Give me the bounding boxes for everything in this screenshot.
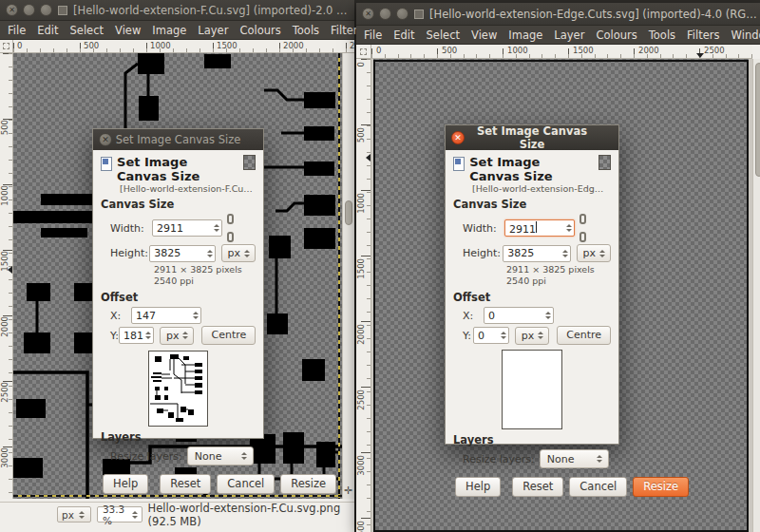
minimize-icon[interactable] bbox=[23, 4, 35, 16]
spinner-icon[interactable] bbox=[499, 332, 508, 339]
close-icon[interactable]: ✕ bbox=[451, 131, 465, 144]
offset-x-input[interactable]: 147 bbox=[131, 307, 201, 324]
height-input[interactable]: 3825 bbox=[149, 245, 215, 262]
unit-combo[interactable]: px bbox=[57, 506, 91, 522]
right-vertical-ruler[interactable]: 0500100015002000250030003500 bbox=[356, 59, 371, 532]
menu-item[interactable]: File bbox=[2, 22, 31, 39]
chain-link-icon[interactable] bbox=[226, 214, 235, 242]
ruler-label: 1000 bbox=[148, 41, 171, 50]
right-vertical-scrollbar[interactable] bbox=[752, 59, 760, 532]
menu-item[interactable]: Windows bbox=[726, 27, 760, 44]
scrollbar-thumb[interactable] bbox=[345, 200, 352, 225]
window-title: [Hello-world-extension-Edge.Cuts.svg] (i… bbox=[429, 8, 759, 21]
zoom-combo[interactable]: 33.3 % bbox=[97, 506, 142, 522]
canvas-size-dialog-fcu: ✕ Set Image Canvas Size Set Image Canvas… bbox=[92, 128, 264, 439]
menu-item[interactable]: Colours bbox=[590, 27, 642, 44]
close-icon[interactable]: ✕ bbox=[99, 133, 112, 146]
scrollbar-thumb[interactable] bbox=[755, 63, 760, 177]
menu-item[interactable]: Tools bbox=[643, 27, 681, 44]
offset-y-value: 181 bbox=[120, 330, 143, 342]
menu-item[interactable]: Layer bbox=[548, 27, 590, 44]
canvas-offset-preview[interactable] bbox=[502, 350, 562, 429]
resize-button[interactable]: Resize bbox=[280, 474, 336, 494]
menu-item[interactable]: Layer bbox=[192, 22, 234, 39]
image-boundary-right bbox=[338, 53, 340, 499]
spinner-icon bbox=[598, 250, 607, 257]
ruler-corner[interactable] bbox=[0, 40, 13, 53]
spinner-icon bbox=[242, 250, 252, 257]
menu-item[interactable]: Filters bbox=[681, 27, 725, 44]
ruler-label: 1000 bbox=[356, 193, 366, 214]
offset-unit-dropdown[interactable]: px bbox=[160, 327, 195, 345]
offset-section-label: Offset bbox=[101, 291, 256, 304]
maximize-icon[interactable] bbox=[396, 8, 408, 20]
resize-layers-dropdown[interactable]: None bbox=[540, 449, 609, 468]
left-horizontal-ruler[interactable]: 05001000150020002500 bbox=[13, 40, 354, 53]
ruler-label: 0 bbox=[15, 41, 22, 50]
spinner-icon bbox=[180, 332, 190, 339]
minimize-icon[interactable] bbox=[379, 8, 391, 20]
unit-dropdown[interactable]: px bbox=[221, 244, 256, 262]
menu-item[interactable]: Image bbox=[503, 27, 548, 44]
centre-button[interactable]: Centre bbox=[201, 326, 256, 345]
spinner-icon[interactable] bbox=[560, 250, 570, 257]
menu-item[interactable]: Edit bbox=[388, 27, 420, 44]
ruler-label: 2500 bbox=[0, 382, 10, 403]
spinner-icon bbox=[131, 511, 139, 519]
desktop: ✕ [Hello-world-extension-F.Cu.svg] (impo… bbox=[0, 0, 760, 532]
menu-item[interactable]: File bbox=[358, 27, 388, 44]
resize-button[interactable]: Resize bbox=[633, 477, 689, 497]
spinner-icon[interactable] bbox=[143, 332, 153, 339]
cancel-button[interactable]: Cancel bbox=[217, 474, 275, 494]
menu-item[interactable]: Edit bbox=[31, 22, 64, 39]
menu-item[interactable]: View bbox=[466, 27, 503, 44]
left-vertical-scrollbar[interactable]: ✛ bbox=[342, 53, 354, 499]
close-icon[interactable]: ✕ bbox=[6, 4, 18, 16]
chain-link-icon[interactable] bbox=[579, 214, 587, 242]
unit-dropdown[interactable]: px bbox=[577, 244, 612, 262]
reset-button[interactable]: Reset bbox=[512, 477, 563, 497]
reset-button[interactable]: Reset bbox=[160, 474, 211, 494]
right-window-titlebar[interactable]: ✕ [Hello-world-extension-Edge.Cuts.svg] … bbox=[356, 3, 760, 26]
offset-y-input[interactable]: 0 bbox=[473, 327, 509, 344]
right-horizontal-ruler[interactable]: 05001000150020002500 bbox=[371, 45, 752, 59]
cancel-button[interactable]: Cancel bbox=[569, 477, 627, 497]
spinner-icon[interactable] bbox=[212, 224, 221, 232]
menu-item[interactable]: Image bbox=[146, 22, 192, 39]
spinner-icon[interactable] bbox=[543, 312, 553, 319]
ruler-label: 3500 bbox=[356, 521, 366, 532]
canvas-offset-preview[interactable] bbox=[148, 351, 208, 427]
navigation-cross-icon[interactable]: ✛ bbox=[344, 485, 352, 496]
menu-item[interactable]: Tools bbox=[287, 22, 325, 39]
height-value: 3825 bbox=[150, 247, 204, 259]
dialog-titlebar[interactable]: ✕ Set Image Canvas Size bbox=[446, 125, 618, 150]
menu-item[interactable]: Select bbox=[421, 27, 466, 44]
unit-value: px bbox=[62, 509, 74, 521]
height-input[interactable]: 3825 bbox=[503, 245, 570, 262]
menu-item[interactable]: Select bbox=[65, 22, 109, 39]
width-input[interactable]: 2911 bbox=[504, 219, 575, 237]
dialog-heading: Set Image Canvas Size bbox=[469, 155, 594, 183]
ruler-corner[interactable] bbox=[356, 45, 371, 59]
left-window-titlebar[interactable]: ✕ [Hello-world-extension-F.Cu.svg] (impo… bbox=[0, 0, 354, 21]
offset-y-input[interactable]: 181 bbox=[119, 327, 154, 344]
help-button[interactable]: Help bbox=[455, 477, 501, 497]
offset-unit-dropdown[interactable]: px bbox=[515, 327, 550, 345]
window-title: [Hello-world-extension-F.Cu.svg] (import… bbox=[73, 4, 349, 17]
left-vertical-ruler[interactable]: 50010001500200025003000 bbox=[0, 53, 13, 499]
spinner-icon[interactable] bbox=[564, 224, 574, 232]
dialog-title: Set Image Canvas Size bbox=[465, 124, 599, 151]
spinner-icon[interactable] bbox=[205, 250, 215, 257]
width-input[interactable]: 2911 bbox=[152, 219, 222, 237]
dialog-titlebar[interactable]: ✕ Set Image Canvas Size bbox=[93, 129, 263, 150]
menu-item[interactable]: View bbox=[109, 22, 146, 39]
spinner-icon[interactable] bbox=[191, 312, 200, 319]
offset-x-input[interactable]: 0 bbox=[484, 307, 554, 324]
maximize-icon[interactable] bbox=[40, 4, 52, 16]
resize-layers-dropdown[interactable]: None bbox=[187, 446, 254, 466]
centre-button[interactable]: Centre bbox=[557, 326, 611, 345]
menu-item[interactable]: Colours bbox=[234, 22, 286, 39]
close-icon[interactable]: ✕ bbox=[362, 8, 374, 20]
help-button[interactable]: Help bbox=[103, 474, 148, 494]
resize-layers-value: None bbox=[195, 450, 239, 463]
